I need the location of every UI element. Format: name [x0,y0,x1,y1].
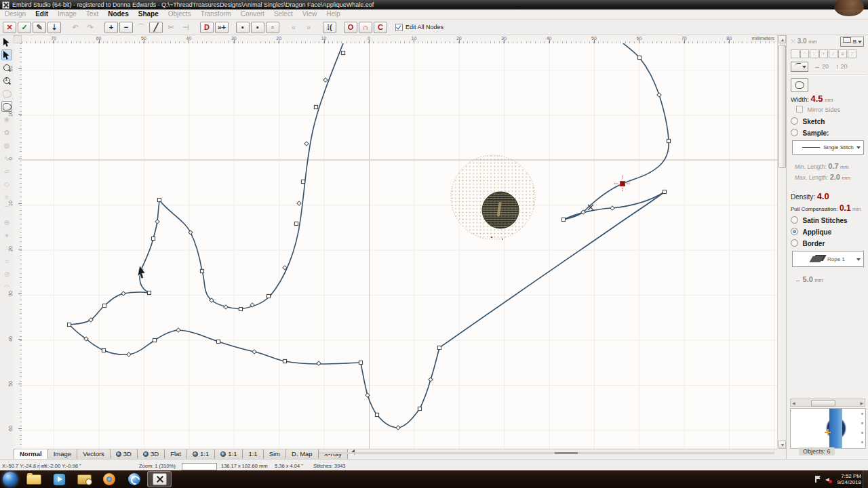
applique-radio[interactable]: Applique [791,228,865,236]
scroll-up-arrow[interactable] [778,35,786,43]
menu-nodes[interactable]: Nodes [103,9,134,19]
show-desktop-button[interactable] [863,470,868,488]
view-tab-sim[interactable]: Sim [263,449,286,460]
zoom-once-tool[interactable]: 1 [1,75,12,86]
width-unit: mm [825,97,833,103]
node-type-icon-2[interactable]: ◠ [800,49,809,58]
menu-shape[interactable]: Shape [134,9,163,19]
remove-node-button[interactable]: − [119,22,133,33]
design-canvas[interactable] [22,43,777,449]
menu-convert[interactable]: Convert [236,9,269,19]
reverse-path-button[interactable]: ⁞( [323,22,336,33]
open-curve-tool-button[interactable]: C [374,22,387,33]
dropdown-arrow-icon [856,258,861,261]
node-type-icon-5[interactable]: / [829,49,837,58]
taskbar-app-media-player[interactable] [47,471,71,487]
menu-edit[interactable]: Edit [31,9,53,19]
curve-type-dropdown[interactable] [791,62,808,72]
sketch-radio[interactable]: Sketch [791,117,865,125]
sample-radio[interactable]: Sample: [791,129,865,137]
scrollbar-thumb[interactable] [555,452,578,454]
menu-design[interactable]: Design [0,9,31,19]
taskbar-clock[interactable]: 7:52 PM 9/24/2018 [837,473,861,485]
scrollbar-thumb[interactable] [811,400,835,407]
mirror-sides-checkbox[interactable]: Mirror Sides [796,106,865,113]
scrollbar-thumb[interactable] [778,45,786,168]
delete-corner-button[interactable]: ▫ [266,22,279,33]
arc-tool-button[interactable]: ∩ [359,22,372,33]
apply-tool[interactable]: ✓ [18,22,31,33]
border-style-dropdown[interactable]: Rope 1 [792,251,864,267]
satin-stitches-radio[interactable]: Satin Stitches [791,216,865,224]
pointer-tool[interactable] [1,37,12,47]
add-node-button[interactable]: + [104,22,118,33]
dropdown-arrow-icon [802,66,806,68]
rope-width-row: ↔ 5.0 mm [795,275,865,283]
node-type-icon-7[interactable]: / [848,49,856,58]
node-order-tool[interactable]: ⇣ [47,22,61,33]
direction-button[interactable]: D [200,22,214,33]
line-tool-button[interactable]: ╱ [149,22,163,33]
density-value[interactable]: 4.0 [817,191,829,201]
edit-nodes-tool[interactable] [1,49,12,60]
menu-transform[interactable]: Transform [196,9,236,19]
node-type-icon-1[interactable] [791,49,800,58]
join-nodes-button[interactable]: »+ [215,22,229,33]
sample-stitch-dropdown[interactable]: Single Stitch [792,140,864,155]
taskbar-app-embird-studio[interactable] [147,471,172,487]
volume-muted-icon[interactable] [825,476,831,483]
view-tab-image[interactable]: Image [47,449,77,460]
view-tab-1-1[interactable]: 1:1 [242,449,263,460]
view-tab-1-1[interactable]: 1:1 [214,449,243,460]
spacing-button: ⊣ [179,22,193,33]
start-button[interactable] [3,472,18,487]
node-type-icon-3[interactable]: ▫ [810,49,818,58]
path-nodes[interactable] [67,51,670,430]
clock-date: 9/24/2018 [837,479,861,485]
pull-value[interactable]: 0.1 [840,203,851,213]
panel-divider [788,75,867,76]
stitch-edit-tool[interactable]: ✎ [33,22,46,33]
width-value[interactable]: 4.5 [810,94,823,104]
view-tab-vectors[interactable]: Vectors [77,449,111,460]
taskbar-app-firefox[interactable] [97,471,121,487]
node-type-icon-4[interactable]: + [819,49,828,58]
corner-node-button[interactable]: ▪ [236,22,250,33]
tool-11: ▱ [1,165,12,176]
menu-objects[interactable]: Objects [163,9,196,19]
menu-image[interactable]: Image [53,9,81,19]
menu-help[interactable]: Help [321,9,345,19]
scroll-down-arrow[interactable] [778,441,786,449]
view-tab-d-map[interactable]: D. Map [285,449,319,460]
corner-node-2-button[interactable]: ▪ [251,22,264,33]
scroll-left-arrow[interactable]: ◀ [792,401,795,405]
cancel-tool[interactable]: ✕ [3,22,16,33]
view-tab-3d[interactable]: 3D [137,449,165,460]
status-separator [39,463,40,470]
shape-mode-button[interactable] [791,78,808,92]
view-tab-1-1[interactable]: 1:1 [186,449,215,460]
menu-select[interactable]: Select [269,9,298,19]
design-size-inches: 5.36 x 4.04 " [275,463,303,469]
node-type-icon-6[interactable]: # [838,49,847,58]
canvas-vertical-scrollbar[interactable] [777,35,786,449]
canvas-horizontal-scrollbar[interactable] [319,452,774,454]
taskbar-app-messenger[interactable] [122,471,146,487]
design-preview-thumbnail[interactable] [790,408,866,449]
scroll-right-arrow[interactable]: ▶ [860,401,863,405]
taskbar-app-explorer[interactable] [22,471,46,487]
edit-all-nodes-checkbox[interactable]: Edit All Nodes [395,24,443,31]
view-tab-3d[interactable]: 3D [110,449,138,460]
menu-text[interactable]: Text [81,9,103,19]
view-tab-x-ray[interactable]: X-Ray [318,449,348,460]
menu-view[interactable]: View [298,9,322,19]
mode-dropdown[interactable]: B [840,37,864,47]
border-radio[interactable]: Border [791,239,865,247]
action-center-flag-icon[interactable] [815,476,821,483]
ellipse-tool-button[interactable]: O [344,22,357,33]
taskbar-app-outlook[interactable] [72,471,96,487]
view-tab-flat[interactable]: Flat [164,449,187,460]
panel-horizontal-scrollbar[interactable]: ◀ ▶ [790,399,865,407]
view-tab-normal[interactable]: Normal [14,449,48,460]
ruler-corner [14,35,22,43]
